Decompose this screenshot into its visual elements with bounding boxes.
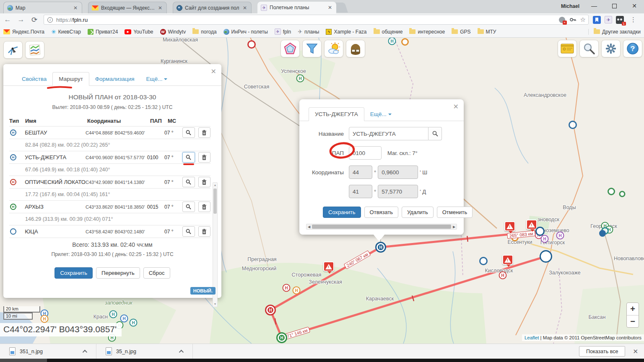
name-input[interactable]: [349, 127, 428, 140]
route-waypoint-marker[interactable]: Н: [265, 305, 276, 315]
tab-close-icon[interactable]: ✕: [327, 5, 333, 10]
window-close-button[interactable]: ✕: [625, 0, 644, 12]
helipad-marker[interactable]: Н: [293, 287, 301, 295]
warning-marker[interactable]: [504, 221, 515, 231]
pilot-button[interactable]: [346, 40, 365, 57]
scroll-left-icon[interactable]: ◀: [306, 225, 312, 229]
tab-close-icon[interactable]: ✕: [242, 5, 248, 11]
route-waypoint-marker[interactable]: Н: [276, 332, 287, 343]
bookmark-item[interactable]: общение: [374, 29, 403, 35]
scroll-up-icon[interactable]: ▲: [213, 183, 217, 188]
point-marker[interactable]: [569, 121, 577, 129]
bookmark-item[interactable]: погода: [192, 29, 216, 35]
popup-tab-waypoint[interactable]: УСТЬ-ДЖЕГУТА: [309, 107, 364, 121]
bookmark-item[interactable]: интересное: [409, 29, 445, 35]
card-button[interactable]: [558, 40, 577, 57]
zoom-in-button[interactable]: +: [627, 303, 639, 315]
waypoint-search-button[interactable]: [182, 152, 195, 163]
help-button[interactable]: ?: [623, 40, 642, 57]
route-tool-button[interactable]: [3, 41, 23, 59]
waypoint-delete-button[interactable]: [198, 226, 210, 237]
bookmark-item[interactable]: ✈fpln: [275, 28, 291, 35]
download-menu-caret-icon[interactable]: [83, 349, 87, 354]
waypoint-search-button[interactable]: [182, 226, 195, 237]
chrome-menu-icon[interactable]: ⋮: [630, 16, 636, 23]
weather-button[interactable]: [324, 40, 343, 57]
tab-close-icon[interactable]: ✕: [73, 5, 78, 11]
point-marker[interactable]: [401, 38, 409, 46]
scrollbar-thumb[interactable]: [312, 225, 451, 229]
page-info-icon[interactable]: i: [47, 17, 53, 23]
point-marker[interactable]: [247, 40, 256, 49]
password-key-icon[interactable]: [569, 16, 576, 23]
bookmark-item[interactable]: GPS: [452, 29, 470, 35]
lat-min-input[interactable]: [378, 165, 418, 179]
point-marker[interactable]: [479, 257, 488, 265]
name-search-button[interactable]: [428, 127, 442, 140]
browser-tab-2[interactable]: Входящие — Яндекс.По✕: [88, 2, 167, 13]
helipad-marker[interactable]: Н: [499, 272, 507, 279]
bookmark-manager-extension-icon[interactable]: [593, 16, 601, 24]
bookmark-item[interactable]: ▶YouTube: [125, 29, 153, 35]
tab-route[interactable]: Маршрут: [52, 72, 89, 86]
warning-marker[interactable]: [323, 261, 334, 272]
popup-horizontal-scrollbar[interactable]: ◀ ▶: [306, 224, 457, 230]
waypoint-search-button[interactable]: [182, 202, 195, 212]
chart-tool-button[interactable]: [25, 41, 44, 59]
helipad-marker[interactable]: Н: [541, 235, 549, 243]
window-minimize-button[interactable]: —: [584, 0, 604, 12]
pap-input[interactable]: [349, 146, 382, 160]
bookmark-item[interactable]: МТУ: [478, 29, 496, 35]
map-search-button[interactable]: [579, 40, 599, 57]
waypoint-delete-button[interactable]: [198, 177, 210, 187]
bookmark-item[interactable]: ϟXample - Faza: [326, 29, 366, 35]
point-marker[interactable]: [608, 188, 615, 195]
plan-reset-button[interactable]: Сброс: [143, 267, 170, 279]
waypoint-delete-button[interactable]: [198, 152, 210, 163]
download-item[interactable]: 35_n.jpg: [96, 344, 193, 359]
browser-tab-4[interactable]: ✈Полетные планы✕: [257, 2, 336, 13]
waypoint-delete-button[interactable]: [198, 127, 210, 138]
address-bar[interactable]: i https://fpln.ru ☆: [44, 15, 589, 25]
popup-unlink-button[interactable]: Отвязать: [364, 207, 399, 218]
lon-min-input[interactable]: [378, 185, 418, 198]
bookmark-star-icon[interactable]: ☆: [580, 16, 586, 23]
bookmark-item[interactable]: Приват24: [88, 29, 118, 35]
bookmark-item[interactable]: ✳КиевСтар: [51, 29, 81, 35]
helipad-marker[interactable]: Н: [296, 75, 304, 83]
warning-marker[interactable]: [526, 220, 537, 230]
lat-deg-input[interactable]: [349, 165, 372, 179]
helipad-marker[interactable]: Н: [109, 310, 117, 318]
route-waypoint-marker[interactable]: [540, 250, 552, 263]
window-maximize-button[interactable]: [605, 0, 624, 12]
filter-button[interactable]: [302, 40, 322, 57]
popup-cancel-button[interactable]: Отменить: [437, 207, 473, 218]
tab-properties[interactable]: Свойства: [16, 72, 52, 85]
scrollbar-thumb[interactable]: [213, 189, 217, 214]
lon-deg-input[interactable]: [349, 185, 372, 198]
point-marker[interactable]: [599, 230, 606, 237]
zones-button[interactable]: [280, 40, 300, 57]
plan-save-button[interactable]: Сохранить: [55, 267, 93, 279]
popup-delete-button[interactable]: Удалить: [402, 207, 434, 218]
tab-more[interactable]: Ещё...: [140, 72, 174, 85]
helipad-marker[interactable]: Н: [556, 232, 564, 240]
tab-formalization[interactable]: Формализация: [89, 72, 140, 85]
bookmark-item[interactable]: ✈планы: [298, 28, 319, 35]
route-waypoint-marker[interactable]: Н: [375, 242, 386, 253]
browser-tab-1[interactable]: Map✕: [3, 2, 82, 13]
waypoint-search-button[interactable]: [182, 127, 195, 138]
zoom-out-button[interactable]: −: [627, 315, 639, 327]
route-waypoint-marker[interactable]: [535, 227, 545, 236]
popup-tab-more[interactable]: Ещё...: [364, 108, 397, 121]
settings-button[interactable]: [601, 40, 621, 57]
show-all-downloads-button[interactable]: Показать все: [579, 346, 625, 357]
people-extension-icon[interactable]: 1: [616, 16, 624, 24]
scroll-right-icon[interactable]: ▶: [452, 225, 457, 229]
helipad-marker[interactable]: Н: [41, 315, 49, 323]
scroll-down-icon[interactable]: ▼: [213, 302, 217, 307]
back-button[interactable]: ←: [2, 15, 13, 25]
waypoint-search-button[interactable]: [182, 177, 195, 187]
plan-reverse-button[interactable]: Перевернуть: [96, 267, 140, 279]
warning-marker[interactable]: [502, 255, 513, 265]
